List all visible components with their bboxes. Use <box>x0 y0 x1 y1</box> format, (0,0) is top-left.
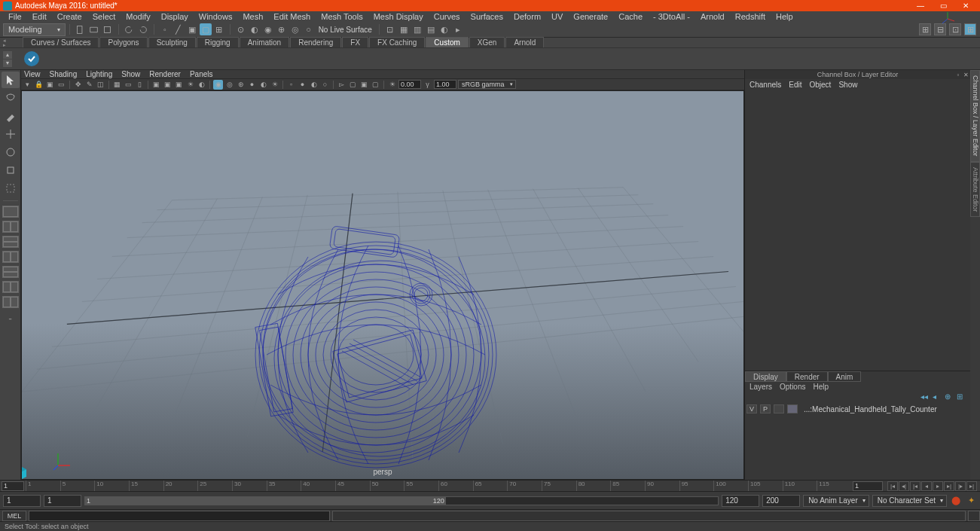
character-set-dropdown[interactable]: No Character Set <box>872 495 947 507</box>
layout-more[interactable]: - <box>2 310 20 327</box>
side-tab-channelbox[interactable]: Channel Box / Layer Editor <box>970 70 980 162</box>
menu-help[interactable]: Help <box>771 12 798 21</box>
shelf-tab-polygons[interactable]: Polygons <box>99 37 147 47</box>
menu-create[interactable]: Create <box>52 12 87 21</box>
shelf-tab-rigging[interactable]: Rigging <box>197 37 239 47</box>
maximize-button[interactable]: ▭ <box>932 2 954 10</box>
channel-box-icon[interactable]: ⊞ <box>964 23 976 35</box>
current-frame-field[interactable] <box>2 481 24 491</box>
viewport-btn2-icon[interactable]: ▣ <box>359 80 369 90</box>
shadows-icon[interactable]: ◐ <box>197 80 206 90</box>
redo-icon[interactable] <box>137 23 149 35</box>
menu-windows[interactable]: Windows <box>194 12 238 21</box>
layer-visible-cell[interactable]: V <box>746 404 757 414</box>
camera-select-icon[interactable]: ▾ <box>23 80 32 90</box>
rotate-tool[interactable] <box>2 144 20 160</box>
last-tool[interactable] <box>2 180 20 197</box>
panel-menu-lighting[interactable]: Lighting <box>86 70 112 78</box>
range-inner-start-field[interactable] <box>44 495 81 507</box>
prefs-icon[interactable]: ✦ <box>965 495 977 507</box>
lasso-tool[interactable] <box>2 90 20 106</box>
channel-box-body[interactable] <box>745 90 970 371</box>
save-scene-icon[interactable] <box>102 23 114 35</box>
menu-generate[interactable]: Generate <box>568 12 613 21</box>
viewcube-icon[interactable] <box>939 11 956 27</box>
menu-display[interactable]: Display <box>156 12 194 21</box>
render-icon[interactable]: ▦ <box>398 23 410 35</box>
channel-close-icon[interactable]: ✕ <box>963 72 969 78</box>
menu-meshtools[interactable]: Mesh Tools <box>316 12 368 21</box>
2d-pan-icon[interactable]: ✥ <box>73 80 83 90</box>
panel-menu-renderer[interactable]: Renderer <box>149 70 181 78</box>
new-scene-icon[interactable] <box>75 23 87 35</box>
panel-menu-panels[interactable]: Panels <box>190 70 213 78</box>
exposure-icon[interactable]: ☀ <box>387 80 397 90</box>
ao-icon[interactable]: ● <box>247 80 257 90</box>
layer-new-empty-icon[interactable]: ⊕ <box>945 392 954 401</box>
layer-move-up-icon[interactable]: ◂◂ <box>920 392 930 401</box>
snap-point-icon[interactable]: ◉ <box>262 23 274 35</box>
layer-new-selected-icon[interactable]: ⊞ <box>957 392 966 401</box>
panel-menu-view[interactable]: View <box>24 70 41 78</box>
shelf-scroll-arrows[interactable]: ◂▸ <box>3 38 6 47</box>
wireframe-icon[interactable]: ▣ <box>151 80 161 90</box>
menu-surfaces[interactable]: Surfaces <box>466 12 508 21</box>
textured-icon[interactable]: ▣ <box>174 80 184 90</box>
image-plane-icon[interactable]: ▭ <box>56 80 66 90</box>
xray-joints-icon[interactable]: ⊛ <box>236 80 246 90</box>
resolution-gate-icon[interactable]: ▭ <box>124 80 133 90</box>
layer-menu-options[interactable]: Options <box>780 383 805 391</box>
snap-plane-icon[interactable]: ◎ <box>289 23 301 35</box>
menu-redshift[interactable]: Redshift <box>730 12 771 21</box>
viewport-btn1-icon[interactable]: ▢ <box>348 80 358 90</box>
bookmark-icon[interactable]: ▣ <box>45 80 55 90</box>
command-input[interactable] <box>29 511 330 521</box>
side-tab-attribute[interactable]: Attribute Editor <box>970 162 980 218</box>
menu-3dtoall[interactable]: - 3DtoAll - <box>648 12 695 21</box>
menu-editmesh[interactable]: Edit Mesh <box>268 12 316 21</box>
ipr-icon[interactable]: ▥ <box>411 23 423 35</box>
panel-menu-show[interactable]: Show <box>121 70 140 78</box>
viewport-3d[interactable]: persp <box>21 90 744 480</box>
layer-menu-layers[interactable]: Layers <box>750 383 772 391</box>
menu-deform[interactable]: Deform <box>508 12 546 21</box>
channel-menu-channels[interactable]: Channels <box>750 81 781 89</box>
workspace-mode-dropdown[interactable]: Modeling▾ <box>3 23 66 36</box>
dof-icon[interactable]: ☀ <box>270 80 279 90</box>
xray-icon[interactable]: ◎ <box>224 80 234 90</box>
layout-three[interactable] <box>2 266 19 278</box>
history-on-icon[interactable]: ⊡ <box>384 23 396 35</box>
modeling-toolkit-icon[interactable]: ⊞ <box>919 23 931 35</box>
layer-menu-help[interactable]: Help <box>813 383 829 391</box>
shelf-tab-fxcaching[interactable]: FX Caching <box>369 37 425 47</box>
shaded-icon[interactable]: ▣ <box>163 80 172 90</box>
layout-two-side[interactable] <box>2 236 19 248</box>
undo-icon[interactable] <box>124 23 136 35</box>
autokey-icon[interactable]: ⬤ <box>950 495 962 507</box>
close-button[interactable]: ✕ <box>954 2 977 10</box>
snap-center-icon[interactable]: ⊕ <box>276 23 288 35</box>
grid-toggle-icon[interactable]: ▦ <box>112 80 122 90</box>
anim-layer-dropdown[interactable]: No Anim Layer <box>803 495 869 507</box>
menu-select[interactable]: Select <box>87 12 121 21</box>
layout-extra[interactable] <box>2 296 19 308</box>
layer-name[interactable]: ...:Mechanical_Handheld_Tally_Counter <box>801 405 969 414</box>
viewport-btn3-icon[interactable]: ▢ <box>371 80 380 90</box>
layer-tab-render[interactable]: Render <box>786 371 828 382</box>
step-forward-icon[interactable]: ▸| <box>944 481 954 491</box>
scale-tool[interactable] <box>2 162 20 179</box>
range-handle[interactable]: 1 120 <box>85 497 446 505</box>
menu-file[interactable]: File <box>3 12 27 21</box>
paint-tool[interactable] <box>2 108 20 124</box>
step-forward-key-icon[interactable]: |▸ <box>955 481 966 491</box>
select-face-icon[interactable]: ▣ <box>186 23 198 35</box>
layer-tab-display[interactable]: Display <box>745 371 786 382</box>
menu-curves[interactable]: Curves <box>429 12 466 21</box>
end-frame-field[interactable] <box>853 481 883 491</box>
snap-grid-icon[interactable]: ⊙ <box>235 23 247 35</box>
shelf-tab-rendering[interactable]: Rendering <box>290 37 341 47</box>
shelf-tab-animation[interactable]: Animation <box>240 37 289 47</box>
menu-meshdisplay[interactable]: Mesh Display <box>368 12 429 21</box>
layer-list[interactable]: V P ...:Mechanical_Handheld_Tally_Counte… <box>745 402 970 480</box>
exposure-field[interactable] <box>398 80 421 89</box>
